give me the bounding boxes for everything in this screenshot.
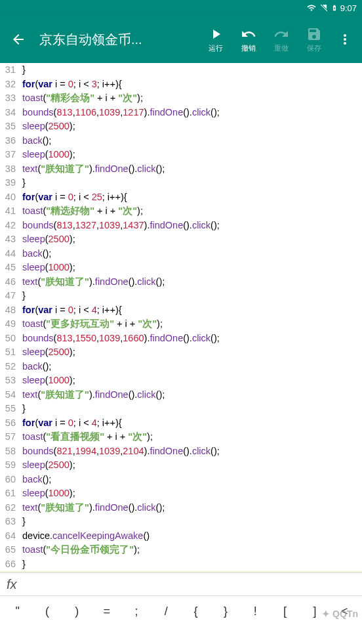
redo-button[interactable]: 重做 <box>265 21 298 58</box>
code-line[interactable]: 55 } <box>0 402 362 416</box>
code-content: bounds(813,1106,1039,1217).findOne().cli… <box>20 106 362 120</box>
code-line[interactable]: 56 for(var i = 0; i < 4; i++){ <box>0 416 362 431</box>
toolbar-actions: 运行 撤销 重做 保存 <box>199 21 331 58</box>
code-content: back(); <box>20 247 362 261</box>
undo-icon <box>241 26 256 42</box>
symbol-key[interactable]: ( <box>35 605 60 618</box>
code-content: toast("今日份金币领完了"); <box>20 543 362 557</box>
code-line[interactable]: 65 toast("今日份金币领完了"); <box>0 543 362 557</box>
line-number: 38 <box>0 162 20 177</box>
code-line[interactable]: 47 } <box>0 289 362 303</box>
wifi-icon <box>306 3 317 12</box>
symbol-key[interactable]: ! <box>243 605 268 618</box>
toolbar: 京东自动领金币... 运行 撤销 重做 保存 <box>0 16 362 63</box>
code-line[interactable]: 45 sleep(1000); <box>0 261 362 275</box>
code-content: bounds(813,1550,1039,1660).findOne().cli… <box>20 332 362 346</box>
code-line[interactable]: 46 text("朕知道了").findOne().click(); <box>0 275 362 290</box>
line-number: 35 <box>0 119 20 134</box>
fx-label: fx <box>7 577 17 592</box>
symbol-key[interactable]: / <box>153 605 178 618</box>
code-content: text("朕知道了").findOne().click(); <box>20 388 362 402</box>
code-content: } <box>20 289 362 303</box>
code-line[interactable]: 53 sleep(1000); <box>0 374 362 388</box>
line-number: 60 <box>0 473 20 487</box>
symbol-key[interactable]: = <box>94 605 119 618</box>
code-line[interactable]: 54 text("朕知道了").findOne().click(); <box>0 388 362 402</box>
line-number: 66 <box>0 557 20 572</box>
code-line[interactable]: 63 } <box>0 515 362 529</box>
code-line[interactable]: 37 sleep(1000); <box>0 148 362 162</box>
symbol-key[interactable]: " <box>5 605 30 618</box>
code-line[interactable]: 57 toast("看直播视频" + i + "次"); <box>0 430 362 444</box>
page-title: 京东自动领金币... <box>39 31 199 49</box>
code-line[interactable]: 31 } <box>0 63 362 77</box>
code-line[interactable]: 49 toast("更多好玩互动" + i + "次"); <box>0 317 362 332</box>
save-button[interactable]: 保存 <box>298 21 331 58</box>
line-number: 31 <box>0 63 20 77</box>
code-content: for(var i = 0; i < 3; i++){ <box>20 77 362 92</box>
symbol-key[interactable]: } <box>213 605 238 618</box>
run-label: 运行 <box>209 43 223 53</box>
undo-button[interactable]: 撤销 <box>232 21 265 58</box>
symbol-key[interactable]: { <box>184 605 209 618</box>
status-bar: 9:07 <box>0 0 362 16</box>
code-line[interactable]: 42 bounds(813,1327,1039,1437).findOne().… <box>0 219 362 233</box>
code-line[interactable]: 38 text("朕知道了").findOne().click(); <box>0 162 362 177</box>
line-number: 40 <box>0 190 20 205</box>
code-line[interactable]: 35 sleep(2500); <box>0 119 362 134</box>
symbol-key[interactable]: [ <box>273 605 298 618</box>
line-number: 55 <box>0 402 20 416</box>
run-button[interactable]: 运行 <box>199 21 232 58</box>
back-button[interactable] <box>5 26 31 53</box>
code-content: toast("精彩会场" + i + "次"); <box>20 91 362 106</box>
line-number: 64 <box>0 529 20 544</box>
code-line[interactable]: 33 toast("精彩会场" + i + "次"); <box>0 91 362 106</box>
code-line[interactable]: 36 back(); <box>0 134 362 148</box>
code-line[interactable]: 40 for(var i = 0; i < 25; i++){ <box>0 190 362 205</box>
code-line[interactable]: 41 toast("精选好物" + i + "次"); <box>0 204 362 219</box>
line-number: 42 <box>0 219 20 233</box>
code-line[interactable]: 39 } <box>0 176 362 190</box>
code-content: } <box>20 176 362 190</box>
code-line[interactable]: 32 for(var i = 0; i < 3; i++){ <box>0 77 362 92</box>
line-number: 43 <box>0 232 20 247</box>
line-number: 32 <box>0 77 20 92</box>
code-content: text("朕知道了").findOne().click(); <box>20 162 362 177</box>
line-number: 36 <box>0 134 20 148</box>
fx-bar[interactable]: fx <box>0 572 362 595</box>
line-number: 50 <box>0 332 20 346</box>
code-line[interactable]: 67 <box>0 571 362 572</box>
code-content: sleep(1000); <box>20 148 362 162</box>
code-line[interactable]: 66 } <box>0 557 362 572</box>
symbol-key[interactable]: ; <box>124 605 149 618</box>
code-line[interactable]: 34 bounds(813,1106,1039,1217).findOne().… <box>0 106 362 120</box>
line-number: 44 <box>0 247 20 261</box>
code-line[interactable]: 48 for(var i = 0; i < 4; i++){ <box>0 303 362 318</box>
code-content: sleep(1000); <box>20 374 362 388</box>
code-line[interactable]: 58 bounds(821,1994,1039,2104).findOne().… <box>0 444 362 459</box>
code-line[interactable]: 61 sleep(1000); <box>0 486 362 501</box>
code-line[interactable]: 59 sleep(2500); <box>0 458 362 473</box>
code-line[interactable]: 51 sleep(2500); <box>0 345 362 360</box>
line-number: 47 <box>0 289 20 303</box>
code-line[interactable]: 52 back(); <box>0 360 362 374</box>
code-content: } <box>20 63 362 77</box>
code-line[interactable]: 43 sleep(2500); <box>0 232 362 247</box>
line-number: 46 <box>0 275 20 290</box>
code-content: sleep(2500); <box>20 345 362 360</box>
code-content: sleep(2500); <box>20 232 362 247</box>
code-line[interactable]: 44 back(); <box>0 247 362 261</box>
code-line[interactable]: 50 bounds(813,1550,1039,1660).findOne().… <box>0 332 362 346</box>
code-editor[interactable]: 31 }32 for(var i = 0; i < 3; i++){33 toa… <box>0 63 362 572</box>
code-content: } <box>20 515 362 529</box>
line-number: 54 <box>0 388 20 402</box>
code-line[interactable]: 64 device.cancelKeepingAwake() <box>0 529 362 544</box>
code-line[interactable]: 62 text("朕知道了").findOne().click(); <box>0 501 362 515</box>
symbol-key[interactable]: ) <box>64 605 89 618</box>
code-content: bounds(821,1994,1039,2104).findOne().cli… <box>20 444 362 459</box>
line-number: 49 <box>0 317 20 332</box>
code-content: text("朕知道了").findOne().click(); <box>20 501 362 515</box>
code-line[interactable]: 60 back(); <box>0 473 362 487</box>
code-content: toast("精选好物" + i + "次"); <box>20 204 362 219</box>
more-button[interactable] <box>333 26 357 53</box>
